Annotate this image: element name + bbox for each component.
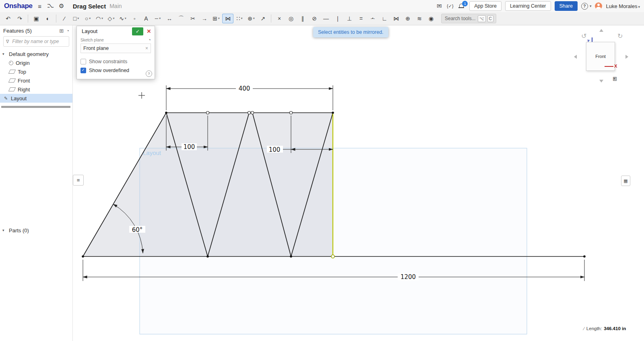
- equal-constraint-icon[interactable]: =: [355, 14, 367, 23]
- comments-icon[interactable]: ✉: [436, 2, 443, 10]
- sketch-pencil-icon: ✎: [3, 96, 8, 101]
- construction-tool-icon[interactable]: ┄: [152, 14, 163, 23]
- rotate-ccw-icon[interactable]: ↺: [581, 32, 586, 40]
- checkbox-unchecked[interactable]: [80, 59, 86, 64]
- x-axis-line: [605, 66, 613, 67]
- pierce-constraint-icon[interactable]: ◉: [425, 14, 437, 23]
- cancel-button[interactable]: [145, 28, 153, 35]
- dialog-help-icon[interactable]: ?: [146, 70, 152, 77]
- insert-feature-icon[interactable]: ⊞: [59, 28, 64, 34]
- line-tool-icon[interactable]: ∕: [59, 14, 70, 23]
- sketch-plane-field[interactable]: Front plane ×: [80, 43, 151, 53]
- concentric-constraint-icon[interactable]: ◎: [285, 14, 297, 23]
- linear-pattern-tool-icon[interactable]: ∷: [234, 14, 245, 23]
- offset-tool-icon[interactable]: ↗: [257, 14, 268, 23]
- circular-pattern-tool-icon[interactable]: ⊛: [246, 14, 257, 23]
- clock-icon[interactable]: ◔: [148, 37, 151, 43]
- rotate-left-icon[interactable]: [574, 55, 577, 59]
- midpoint-constraint-icon[interactable]: -•-: [367, 14, 378, 23]
- history-icon[interactable]: ◔: [66, 28, 69, 34]
- coincident-constraint-icon[interactable]: ×: [274, 14, 285, 23]
- featurescript-icon[interactable]: {✓}: [446, 4, 454, 9]
- polygon-tool-icon[interactable]: ◇: [105, 14, 117, 23]
- use-project-tool-icon[interactable]: ⊞: [211, 14, 222, 23]
- clear-selection-icon[interactable]: ×: [145, 45, 148, 51]
- mirror-tool-icon[interactable]: ⋈: [222, 14, 233, 23]
- main-menu-icon[interactable]: ≡: [36, 3, 43, 10]
- search-tools-input[interactable]: [444, 15, 476, 22]
- curvature-constraint-icon[interactable]: ≋: [414, 14, 425, 23]
- onshape-logo[interactable]: Onshape: [4, 2, 33, 10]
- rotate-right-icon[interactable]: [625, 55, 628, 59]
- tree-item-layout[interactable]: ✎ Layout: [0, 94, 72, 103]
- feature-list-toggle-button[interactable]: ≡: [73, 175, 84, 186]
- tree-item-right[interactable]: Right: [0, 85, 72, 94]
- extend-tool-icon[interactable]: →: [199, 14, 210, 23]
- help-menu[interactable]: ?: [581, 3, 592, 10]
- chevron-down-icon[interactable]: [2, 52, 6, 56]
- feature-filter[interactable]: ∇: [3, 36, 69, 47]
- perpendicular-constraint-icon[interactable]: ⊥: [344, 14, 355, 23]
- length-readout: ∕ Length: 346.410 in: [584, 326, 626, 331]
- dim-400-text[interactable]: 400: [239, 85, 250, 92]
- horizontal-constraint-icon[interactable]: —: [320, 14, 332, 23]
- view-mode-cube-icon[interactable]: ▧: [613, 76, 615, 81]
- sketch-plane-label: Layout: [143, 149, 161, 156]
- vertical-constraint-icon[interactable]: ∣: [332, 14, 343, 23]
- dimension-tool-icon[interactable]: ↔: [164, 14, 175, 23]
- parallel-constraint-icon[interactable]: ∥: [297, 14, 308, 23]
- symmetric-constraint-icon[interactable]: ⋈: [390, 14, 402, 23]
- show-constraints-checkbox[interactable]: Show constraints: [80, 57, 151, 66]
- document-title[interactable]: Drag Select: [73, 3, 106, 10]
- notifications-bell-icon[interactable]: 1: [459, 4, 464, 8]
- user-avatar[interactable]: [595, 2, 602, 10]
- center-point-circle-tool-icon[interactable]: ○: [82, 14, 93, 23]
- chevron-down-icon[interactable]: [2, 228, 6, 232]
- three-point-arc-tool-icon[interactable]: ◠: [94, 14, 105, 23]
- crosshair-cursor: [138, 92, 145, 99]
- share-button[interactable]: Share: [555, 1, 578, 11]
- tree-item-front[interactable]: Front: [0, 76, 72, 85]
- accept-button[interactable]: [132, 27, 143, 35]
- learning-center-button[interactable]: Learning Center: [505, 1, 551, 11]
- checkbox-checked[interactable]: [80, 68, 86, 73]
- notification-badge: 1: [462, 1, 468, 6]
- rotate-cw-icon[interactable]: ↻: [617, 32, 623, 40]
- rollback-bar[interactable]: [1, 106, 70, 108]
- tree-item-origin[interactable]: Origin: [0, 58, 72, 67]
- copy-paste-icon[interactable]: ▣: [31, 14, 42, 23]
- undo-icon[interactable]: ↶: [2, 14, 14, 23]
- normal-constraint-icon[interactable]: ∟: [379, 14, 390, 23]
- rotate-up-icon[interactable]: [599, 29, 603, 32]
- feature-filter-input[interactable]: [11, 38, 66, 45]
- view-options-toggle-button[interactable]: ▦: [621, 176, 630, 186]
- dim-100-left-text[interactable]: 100: [184, 143, 195, 151]
- sketch-text-tool-icon[interactable]: A: [140, 14, 152, 23]
- dim-100-right-text[interactable]: 100: [269, 146, 281, 153]
- fix-constraint-icon[interactable]: ⊕: [402, 14, 413, 23]
- sketch-fillet-tool-icon[interactable]: ⌒: [175, 14, 187, 23]
- sketch-point-tool-icon[interactable]: ◦: [129, 14, 140, 23]
- trim-tool-icon[interactable]: ✂: [187, 14, 198, 23]
- plane-icon: [8, 79, 16, 83]
- dim-1200-text[interactable]: 1200: [400, 273, 416, 281]
- versions-icon[interactable]: ⌥: [47, 2, 54, 10]
- workspace-name[interactable]: Main: [109, 3, 122, 9]
- features-panel-title: Features (5): [3, 28, 57, 34]
- tree-item-top[interactable]: Top: [0, 67, 72, 76]
- show-overdefined-checkbox[interactable]: Show overdefined: [80, 66, 151, 75]
- corner-rectangle-tool-icon[interactable]: □: [70, 14, 82, 23]
- insert-dxf-icon[interactable]: ◐: [42, 14, 54, 23]
- x-axis-label: X: [614, 64, 617, 68]
- tree-item-default-geometry[interactable]: Default geometry: [0, 50, 72, 58]
- app-store-button[interactable]: App Store: [469, 1, 502, 11]
- document-settings-icon[interactable]: ⚙: [58, 2, 65, 10]
- search-tools-box[interactable]: ⌥ C: [441, 14, 496, 23]
- dim-60deg-text[interactable]: 60°: [132, 226, 143, 234]
- tangent-constraint-icon[interactable]: ⊘: [309, 14, 320, 23]
- user-menu[interactable]: Luke Morales: [606, 3, 640, 9]
- spline-tool-icon[interactable]: ∿: [117, 14, 128, 23]
- rotate-down-icon[interactable]: [599, 80, 603, 83]
- parts-section-header[interactable]: Parts (0): [0, 226, 72, 235]
- redo-icon[interactable]: ↷: [14, 14, 25, 23]
